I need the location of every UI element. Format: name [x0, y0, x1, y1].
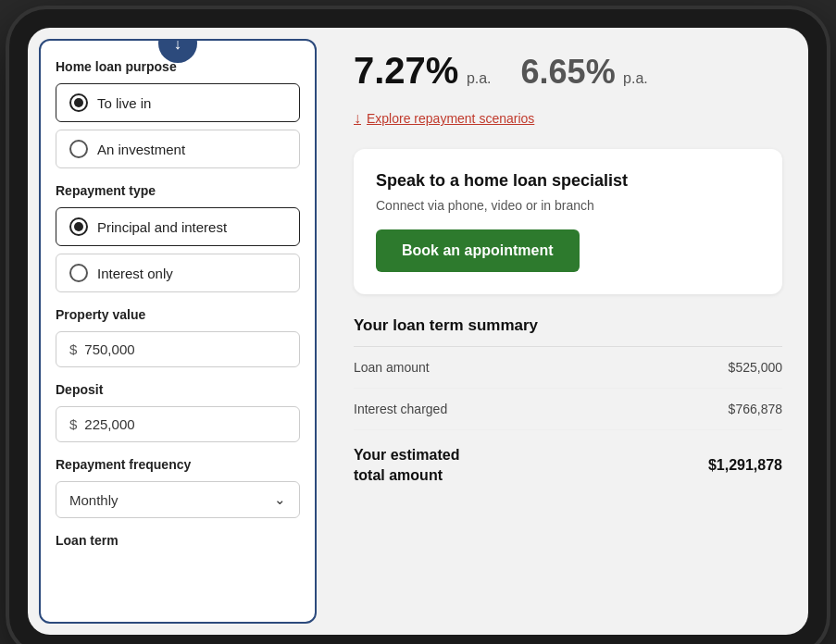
- deposit-label: Deposit: [56, 382, 300, 397]
- comparison-rate-value: 6.65%: [521, 53, 616, 91]
- principal-interest-option[interactable]: Principal and interest: [56, 207, 300, 246]
- left-panel: ↓ Home loan purpose To live in An invest…: [39, 39, 317, 624]
- property-value-prefix: $: [69, 341, 77, 357]
- principal-interest-label: Principal and interest: [97, 219, 227, 235]
- interest-only-label: Interest only: [97, 266, 173, 281]
- comparison-rate-suffix: p.a.: [623, 70, 648, 86]
- total-amount-label: Your estimatedtotal amount: [354, 445, 459, 487]
- explore-link-text: Explore repayment scenarios: [367, 111, 534, 126]
- specialist-card-description: Connect via phone, video or in branch: [376, 198, 760, 213]
- interest-charged-value: $766,878: [729, 402, 782, 416]
- property-value-field[interactable]: $: [56, 331, 300, 367]
- to-live-in-label: To live in: [97, 95, 151, 111]
- repayment-frequency-label: Repayment frequency: [56, 457, 300, 472]
- interest-charged-label: Interest charged: [354, 402, 447, 416]
- total-amount-value: $1,291,878: [708, 457, 782, 474]
- deposit-field[interactable]: $: [56, 406, 300, 442]
- specialist-card-title: Speak to a home loan specialist: [376, 171, 760, 191]
- to-live-in-radio: [69, 93, 88, 112]
- property-value-label: Property value: [56, 307, 300, 322]
- repayment-frequency-value: Monthly: [69, 492, 119, 508]
- an-investment-label: An investment: [97, 142, 185, 157]
- deposit-input[interactable]: [84, 416, 286, 432]
- arrow-down-icon: ↓: [354, 110, 361, 127]
- comparison-rate: 6.65% p.a.: [521, 53, 648, 92]
- summary-title: Your loan term summary: [354, 316, 782, 335]
- property-value-input[interactable]: [84, 341, 286, 357]
- an-investment-option[interactable]: An investment: [56, 130, 300, 168]
- interest-only-option[interactable]: Interest only: [56, 254, 300, 292]
- an-investment-radio: [69, 140, 88, 158]
- interest-charged-row: Interest charged $766,878: [354, 389, 782, 430]
- loan-amount-value: $525,000: [729, 360, 782, 375]
- total-amount-row: Your estimatedtotal amount $1,291,878: [354, 430, 782, 502]
- loan-amount-label: Loan amount: [354, 360, 430, 375]
- book-appointment-button[interactable]: Book an appointment: [376, 229, 580, 272]
- tablet-frame: ↓ Home loan purpose To live in An invest…: [9, 9, 827, 644]
- deposit-prefix: $: [69, 416, 77, 432]
- rates-row: 7.27% p.a. 6.65% p.a.: [354, 50, 782, 92]
- repayment-frequency-select[interactable]: Monthly ⌄: [56, 481, 300, 518]
- explore-link[interactable]: ↓ Explore repayment scenarios: [354, 110, 782, 127]
- chevron-down-icon: ⌄: [274, 491, 286, 508]
- right-panel: 7.27% p.a. 6.65% p.a. ↓ Explore repaymen…: [328, 28, 808, 635]
- loan-amount-row: Loan amount $525,000: [354, 347, 782, 389]
- loan-summary-section: Your loan term summary Loan amount $525,…: [354, 316, 782, 502]
- primary-rate-suffix: p.a.: [467, 70, 492, 86]
- primary-rate: 7.27% p.a.: [354, 50, 492, 92]
- screen: ↓ Home loan purpose To live in An invest…: [28, 28, 808, 635]
- to-live-in-option[interactable]: To live in: [56, 83, 300, 122]
- primary-rate-value: 7.27%: [354, 50, 458, 91]
- specialist-card: Speak to a home loan specialist Connect …: [354, 149, 782, 294]
- interest-only-radio: [69, 264, 88, 282]
- loan-term-label: Loan term: [56, 533, 300, 548]
- principal-interest-radio: [69, 217, 88, 236]
- repayment-type-label: Repayment type: [56, 183, 300, 198]
